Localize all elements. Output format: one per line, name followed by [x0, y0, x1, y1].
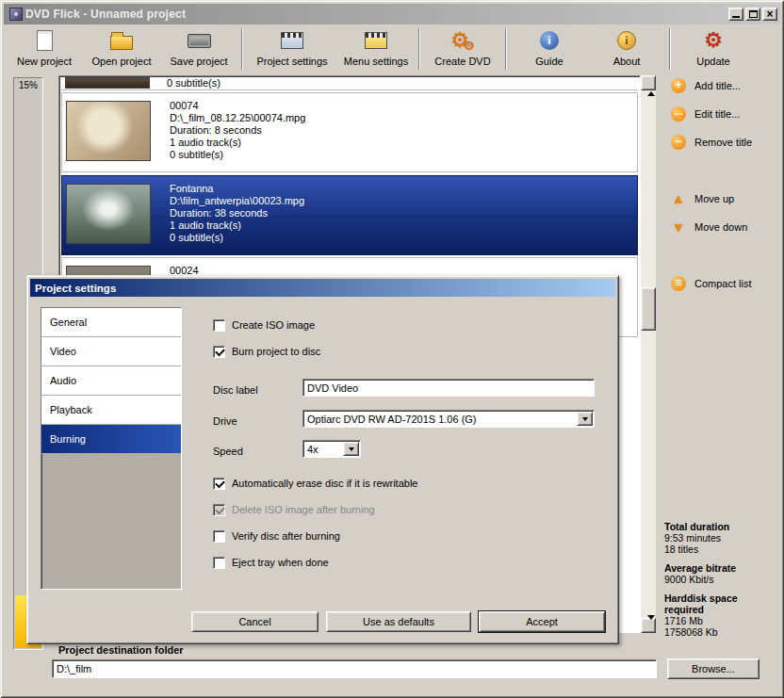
drive-dropdown[interactable]: Optiarc DVD RW AD-7201S 1.06 (G) [302, 410, 595, 428]
toolbar-separator [241, 28, 243, 70]
title-subtitles: 0 subtitle(s) [167, 77, 220, 89]
cancel-button[interactable]: Cancel [191, 611, 318, 632]
speed-dropdown-button[interactable] [343, 442, 359, 456]
save-icon [188, 34, 211, 48]
close-button[interactable] [762, 8, 777, 21]
burn-project-label: Burn project to disc [232, 346, 320, 357]
drive-label: Drive [213, 415, 237, 427]
add-icon [671, 78, 686, 93]
update-label: Update [696, 56, 729, 67]
open-project-button[interactable]: Open project [83, 25, 160, 73]
title-list-item[interactable]: 00074 D:\_film_08.12.25\00074.mpg Durati… [61, 92, 638, 172]
title-list-item-selected[interactable]: Fontanna D:\film_antwerpia\00023.mpg Dur… [61, 175, 638, 255]
use-as-defaults-button[interactable]: Use as defaults [326, 611, 471, 632]
move-up-button[interactable]: Move up [671, 190, 734, 207]
verify-disc-checkbox[interactable] [213, 530, 225, 543]
arrow-down-icon [647, 615, 655, 634]
move-down-button[interactable]: Move down [671, 219, 747, 235]
drive-value: Optiarc DVD RW AD-7201S 1.06 (G) [303, 414, 577, 425]
category-audio[interactable]: Audio [41, 366, 181, 396]
remove-title-label: Remove title [694, 137, 752, 148]
title-name: Fontanna [170, 183, 304, 195]
accept-button[interactable]: Accept [479, 611, 605, 632]
chevron-down-icon [582, 417, 588, 421]
remove-title-button[interactable]: Remove title [671, 134, 752, 151]
category-general[interactable]: General [41, 308, 181, 337]
new-project-icon [37, 30, 53, 51]
title-path: D:\_film_08.12.25\00074.mpg [170, 112, 305, 124]
create-dvd-button[interactable]: Create DVD [424, 25, 501, 73]
destination-folder-input[interactable] [52, 659, 657, 678]
harddisk-space-kb: 1758068 Kb [664, 626, 779, 638]
drive-dropdown-button[interactable] [577, 412, 593, 426]
category-video[interactable]: Video [41, 337, 181, 366]
about-button[interactable]: About [588, 25, 665, 73]
titlebar: DVD Flick - Unnamed project [4, 4, 780, 24]
save-project-button[interactable]: Save project [160, 25, 237, 73]
project-settings-label: Project settings [256, 56, 327, 67]
title-list-scrollbar[interactable] [641, 75, 656, 633]
settings-category-list: General Video Audio Playback Burning [41, 307, 182, 590]
category-playback[interactable]: Playback [41, 396, 181, 425]
create-iso-checkbox[interactable] [213, 319, 225, 332]
menu-settings-label: Menu settings [344, 56, 408, 67]
speed-dropdown[interactable]: 4x [302, 440, 361, 458]
disc-label-input[interactable] [302, 379, 595, 397]
harddisk-space-stat: Harddisk space required 1716 Mb 1758068 … [664, 592, 779, 638]
browse-button[interactable]: Browse... [667, 658, 760, 679]
minimize-icon [732, 16, 740, 18]
project-settings-button[interactable]: Project settings [247, 25, 337, 73]
maximize-button[interactable] [745, 8, 760, 21]
guide-button[interactable]: Guide [511, 25, 588, 73]
title-subtitles: 0 subtitle(s) [170, 149, 305, 161]
menu-settings-button[interactable]: Menu settings [337, 25, 415, 73]
toolbar-separator [505, 28, 507, 70]
save-project-label: Save project [170, 56, 227, 67]
update-gear-icon [704, 30, 723, 51]
app-window: DVD Flick - Unnamed project New project … [0, 0, 784, 698]
compact-list-button[interactable]: Compact list [671, 275, 752, 292]
maximize-icon [749, 10, 758, 18]
video-thumbnail [65, 77, 150, 89]
scroll-up-button[interactable] [641, 75, 656, 90]
auto-erase-checkbox[interactable] [213, 478, 225, 490]
chevron-down-icon [349, 447, 354, 451]
average-bitrate-title: Average bitrate [664, 562, 779, 574]
progress-percent-label: 15% [14, 80, 42, 90]
guide-label: Guide [535, 56, 563, 67]
window-title: DVD Flick - Unnamed project [25, 8, 727, 21]
destination-folder-heading: Project destination folder [58, 644, 184, 656]
toolbar-separator [669, 28, 671, 70]
guide-info-icon [540, 31, 559, 50]
create-dvd-label: Create DVD [434, 56, 490, 67]
delete-iso-row: Delete ISO image after burning [213, 503, 375, 516]
compact-list-icon [671, 276, 686, 291]
title-audio-tracks: 1 audio track(s) [170, 219, 304, 232]
project-settings-icon [281, 32, 303, 49]
total-duration-value: 9:53 minutes [664, 532, 779, 544]
total-duration-title: Total duration [664, 521, 779, 532]
about-label: About [613, 56, 641, 67]
about-info-icon [617, 31, 636, 50]
scrollbar-thumb[interactable] [641, 287, 656, 331]
scroll-down-button[interactable] [641, 618, 656, 633]
burn-project-checkbox[interactable] [213, 346, 225, 358]
average-bitrate-stat: Average bitrate 9000 Kbit/s [664, 562, 779, 585]
eject-tray-checkbox[interactable] [213, 557, 225, 569]
toolbar-separator [418, 28, 420, 70]
title-list-item[interactable]: 0 subtitle(s) [61, 77, 638, 90]
delete-iso-checkbox [213, 504, 225, 516]
arrow-up-icon [647, 77, 655, 96]
category-burning[interactable]: Burning [41, 425, 181, 454]
title-name: 00074 [170, 100, 305, 112]
open-project-label: Open project [92, 56, 152, 67]
edit-title-button[interactable]: Edit title... [671, 106, 740, 122]
project-settings-dialog: Project settings General Video Audio Pla… [26, 275, 619, 644]
title-subtitles: 0 subtitle(s) [170, 232, 304, 244]
add-title-button[interactable]: Add title... [671, 77, 741, 94]
open-folder-icon [110, 36, 133, 50]
minimize-button[interactable] [728, 8, 743, 21]
edit-title-label: Edit title... [694, 108, 740, 120]
new-project-button[interactable]: New project [6, 25, 83, 73]
update-button[interactable]: Update [675, 25, 752, 73]
